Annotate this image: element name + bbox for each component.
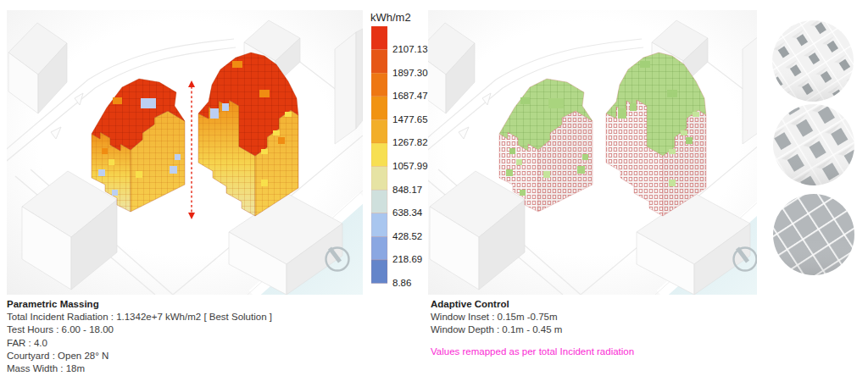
caption-line: FAR : 4.0 — [7, 337, 363, 350]
parametric-massing-caption: Parametric Massing Total Incident Radiat… — [7, 298, 363, 375]
adaptive-control-render — [428, 10, 757, 295]
caption-line: Total Incident Radiation : 1.1342e+7 kWh… — [7, 311, 363, 323]
adaptive-control-caption: Adaptive Control Window Inset : 0.15m -0… — [431, 298, 770, 358]
caption-line: Test Hours : 6.00 - 18.00 — [7, 323, 363, 336]
facade-detail-medium-windows — [771, 102, 856, 187]
legend-colorbar — [371, 26, 388, 284]
caption-line: Window Depth : 0.1m - 0.45 m — [431, 323, 770, 336]
facade-detail-small-windows — [771, 19, 855, 103]
caption-line: Window Inset : 0.15m -0.75m — [431, 311, 770, 323]
remap-note: Values remapped as per total Incident ra… — [431, 346, 770, 358]
parametric-massing-render — [7, 10, 363, 295]
facade-detail-large-windows — [771, 192, 856, 277]
caption-title: Parametric Massing — [7, 298, 363, 311]
analysis-board: kWh/m2 2107.13 1897.30 1687.47 1477.65 1… — [0, 0, 868, 387]
caption-title: Adaptive Control — [431, 298, 770, 311]
caption-line: Courtyard : Open 28° N — [7, 350, 363, 362]
caption-line: Mass Width : 18m — [7, 362, 363, 375]
